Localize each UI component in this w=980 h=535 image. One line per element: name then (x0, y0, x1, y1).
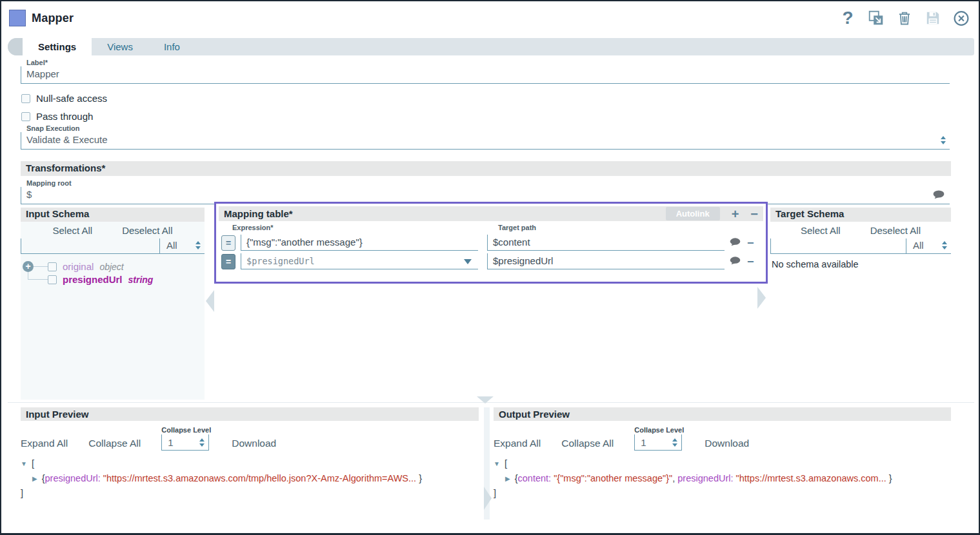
collapsed-node-icon[interactable]: ▶ (32, 475, 37, 482)
row-2-comment-icon[interactable] (730, 256, 741, 268)
mapping-root-comment-icon[interactable] (933, 190, 945, 201)
output-collapse-level-spinner-icon[interactable] (672, 438, 677, 447)
row-2-delete-icon[interactable]: − (747, 256, 754, 268)
expression-toggle-button[interactable]: = (221, 235, 235, 251)
close-icon[interactable] (953, 10, 970, 26)
input-collapse-level-input[interactable]: 1 (161, 434, 209, 451)
input-preview-expand-all[interactable]: Expand All (21, 438, 68, 451)
save-icon[interactable] (925, 10, 941, 26)
null-safe-access-checkbox[interactable] (21, 94, 30, 103)
input-schema-filter-input[interactable] (21, 238, 159, 254)
help-icon[interactable]: ? (839, 10, 856, 26)
pass-through-label: Pass through (36, 111, 93, 122)
schema-node-presignedurl: presignedUrl string (48, 274, 153, 285)
output-collapse-level-input[interactable]: 1 (634, 434, 682, 451)
pass-through-checkbox[interactable] (21, 112, 30, 121)
input-schema-tree: + original object presignedUrl string (21, 260, 205, 292)
json-key: presignedUrl: (677, 473, 733, 483)
json-value: "https://mrtest.s3.amazonaws.com/tmp/hel… (103, 473, 416, 483)
mapping-row-1: = {"msg":"another message"} $content − (216, 233, 766, 252)
mapping-table-title: Mapping table* (224, 208, 293, 219)
input-schema-type-dropdown[interactable]: All (159, 238, 205, 254)
null-safe-access-label: Null-safe access (36, 93, 107, 104)
target-path-input-1[interactable]: $content (487, 235, 725, 251)
add-row-button[interactable]: + (732, 208, 739, 220)
snap-execution-group: Snap Execution Validate & Execute (21, 124, 950, 150)
input-preview-json: ▼[ ▶{presignedUrl: "https://mrtest.s3.am… (21, 456, 479, 501)
label-field-group: Label* Mapper (21, 59, 950, 84)
target-schema-title: Target Schema (770, 208, 951, 222)
tab-views[interactable]: Views (92, 38, 148, 55)
target-schema-type-dropdown[interactable]: All (906, 238, 951, 254)
row-1-comment-icon[interactable] (730, 237, 741, 249)
snap-execution-select[interactable]: Validate & Execute (21, 132, 950, 150)
autolink-button[interactable]: Autolink (666, 207, 720, 220)
label-field-label: Label* (21, 59, 950, 66)
collapse-preview-handle[interactable] (477, 396, 494, 404)
goto-snap-icon[interactable] (868, 10, 885, 26)
mapping-root-label: Mapping root (21, 179, 950, 187)
expression-dropdown-caret-icon[interactable] (464, 259, 472, 264)
json-value: "{"msg":"another message"}" (554, 473, 672, 483)
schema-node-original: original object (48, 261, 124, 272)
json-key: presignedUrl: (45, 473, 101, 483)
tab-bar-cap (8, 38, 23, 55)
output-preview-panel: Output Preview Expand All Collapse All C… (494, 407, 951, 501)
json-value: "https://mrtest.s3.amazonaws.com... (736, 473, 886, 483)
snap-execution-spinner-icon[interactable] (941, 136, 946, 144)
collapse-target-schema-handle[interactable] (757, 287, 766, 309)
delete-icon[interactable] (896, 10, 913, 26)
row-1-delete-icon[interactable]: − (747, 237, 754, 249)
output-preview-collapse-all[interactable]: Collapse All (561, 438, 614, 451)
mapping-row-2: = $presignedUrl $presignedUrl − (216, 252, 766, 271)
tab-settings[interactable]: Settings (23, 38, 92, 55)
schema-node-original-checkbox[interactable] (48, 262, 57, 271)
input-preview-panel: Input Preview Expand All Collapse All Co… (21, 407, 479, 501)
null-safe-access-row: Null-safe access (21, 93, 107, 104)
expression-input-2[interactable]: $presignedUrl (241, 253, 478, 269)
target-schema-panel: Target Schema Select All Deselect All Al… (770, 208, 951, 275)
tab-bar: Settings Views Info (8, 38, 974, 55)
input-schema-panel: Input Schema Select All Deselect All All… (21, 208, 205, 400)
snap-execution-label: Snap Execution (21, 124, 950, 132)
input-schema-deselect-all[interactable]: Deselect All (122, 225, 172, 236)
snap-type-icon (9, 10, 26, 26)
transformations-section-header: Transformations* (21, 161, 951, 176)
expression-toggle-button-active[interactable]: = (221, 254, 235, 269)
pass-through-row: Pass through (21, 111, 93, 122)
target-path-input-2[interactable]: $presignedUrl (487, 253, 725, 269)
target-schema-type-spinner-icon (942, 241, 947, 249)
output-collapse-level-label: Collapse Level (634, 426, 684, 434)
remove-row-button[interactable]: − (750, 208, 758, 220)
tree-expand-icon[interactable]: + (23, 261, 34, 272)
target-path-column-header: Target path (492, 224, 536, 231)
output-preview-download[interactable]: Download (705, 438, 749, 451)
dialog-toolbar: ? (839, 10, 970, 26)
mapping-root-group: Mapping root $ (21, 179, 950, 204)
json-key: content: (518, 473, 552, 483)
schema-node-presignedurl-checkbox[interactable] (48, 275, 57, 284)
label-input[interactable]: Mapper (21, 66, 950, 84)
target-schema-deselect-all[interactable]: Deselect All (870, 225, 921, 236)
input-preview-collapse-all[interactable]: Collapse All (88, 438, 141, 451)
input-preview-download[interactable]: Download (232, 438, 276, 451)
mapping-table-panel: Mapping table* Autolink + − Expression* … (214, 202, 768, 284)
target-schema-empty-message: No schema available (770, 254, 951, 275)
output-preview-title: Output Preview (494, 407, 951, 421)
collapse-input-preview-handle[interactable] (484, 487, 492, 510)
output-preview-json: ▼[ ▶{content: "{"msg":"another message"}… (494, 456, 951, 501)
target-schema-filter-input[interactable] (770, 238, 906, 254)
target-schema-select-all[interactable]: Select All (801, 225, 841, 236)
tab-info[interactable]: Info (148, 38, 195, 55)
expanded-node-icon[interactable]: ▼ (494, 460, 500, 467)
input-schema-type-spinner-icon (195, 241, 201, 249)
input-schema-select-all[interactable]: Select All (52, 225, 92, 236)
input-collapse-level-spinner-icon[interactable] (199, 438, 205, 447)
collapsed-node-icon[interactable]: ▶ (505, 475, 510, 482)
output-preview-expand-all[interactable]: Expand All (494, 438, 541, 451)
collapse-input-schema-handle[interactable] (206, 290, 214, 312)
expression-input-1[interactable]: {"msg":"another message"} (241, 235, 478, 251)
expanded-node-icon[interactable]: ▼ (21, 460, 27, 467)
dialog-title: Mapper (32, 12, 74, 25)
dialog-header: Mapper ? (1, 1, 979, 35)
